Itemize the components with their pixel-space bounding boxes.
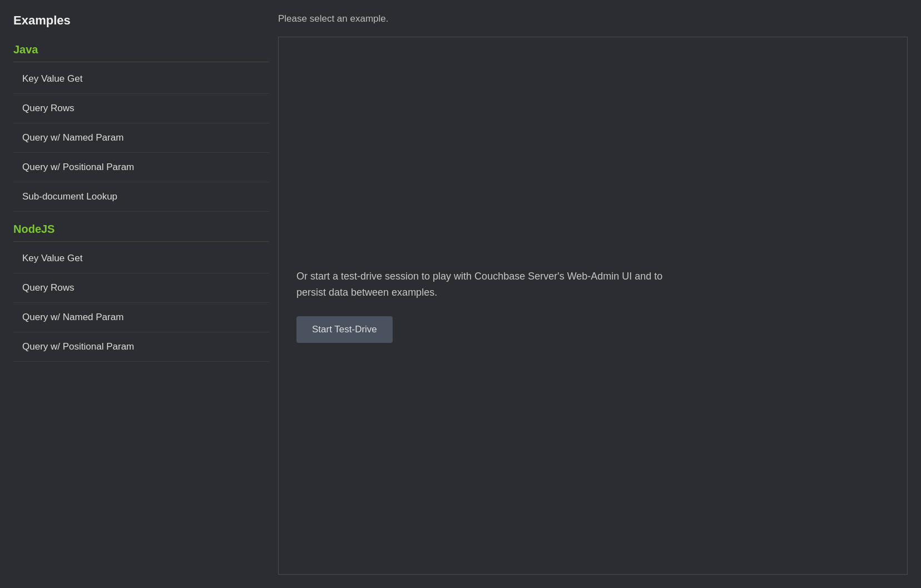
main-content: JavaKey Value GetQuery RowsQuery w/ Name… bbox=[13, 37, 908, 575]
sidebar-item-java-query-rows[interactable]: Query Rows bbox=[13, 94, 269, 123]
sidebar-item-java-query-named-param[interactable]: Query w/ Named Param bbox=[13, 123, 269, 153]
sidebar-item-java-subdoc-lookup[interactable]: Sub-document Lookup bbox=[13, 182, 269, 212]
sidebar-section-java: JavaKey Value GetQuery RowsQuery w/ Name… bbox=[13, 37, 269, 212]
header-subtitle: Please select an example. bbox=[269, 13, 388, 24]
sidebar-item-nodejs-kv-get[interactable]: Key Value Get bbox=[13, 244, 269, 273]
sidebar: JavaKey Value GetQuery RowsQuery w/ Name… bbox=[13, 37, 269, 575]
sidebar-section-nodejs: NodeJSKey Value GetQuery RowsQuery w/ Na… bbox=[13, 216, 269, 362]
header: Examples Please select an example. bbox=[13, 13, 908, 28]
sidebar-item-nodejs-query-named-param[interactable]: Query w/ Named Param bbox=[13, 303, 269, 332]
sidebar-item-java-query-positional-param[interactable]: Query w/ Positional Param bbox=[13, 153, 269, 182]
content-panel: Or start a test-drive session to play wi… bbox=[278, 37, 908, 575]
sidebar-item-nodejs-query-rows[interactable]: Query Rows bbox=[13, 273, 269, 303]
content-description: Or start a test-drive session to play wi… bbox=[296, 268, 675, 301]
app-container: Examples Please select an example. JavaK… bbox=[0, 0, 921, 588]
start-test-drive-button[interactable]: Start Test-Drive bbox=[296, 316, 393, 343]
sidebar-section-header-java: Java bbox=[13, 37, 269, 62]
sidebar-item-nodejs-query-positional-param[interactable]: Query w/ Positional Param bbox=[13, 332, 269, 362]
sidebar-section-header-nodejs: NodeJS bbox=[13, 216, 269, 242]
sidebar-item-java-kv-get[interactable]: Key Value Get bbox=[13, 64, 269, 94]
page-title: Examples bbox=[13, 13, 269, 28]
